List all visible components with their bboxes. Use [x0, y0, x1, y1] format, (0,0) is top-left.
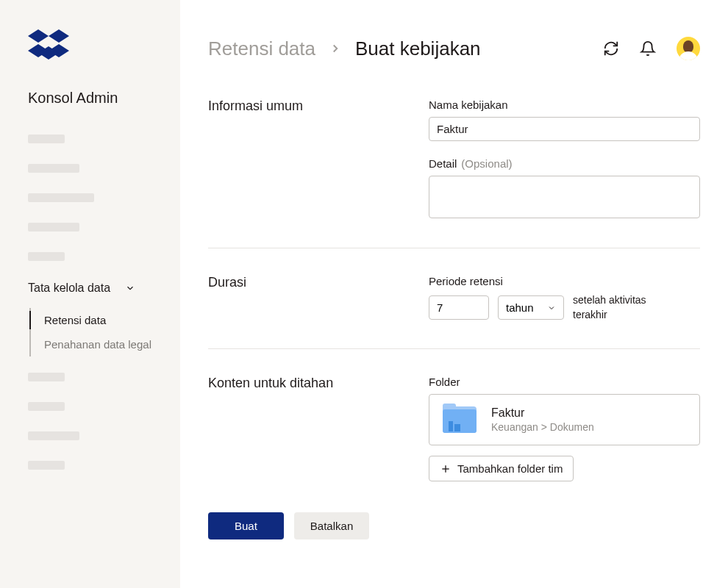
retention-unit-select[interactable]: tahun [498, 295, 564, 320]
chevron-down-icon [547, 304, 556, 312]
sidebar: Konsol Admin Tata kelola data Retensi da… [0, 0, 180, 588]
optional-hint: (Opsional) [461, 157, 512, 170]
chevron-right-icon [329, 42, 342, 55]
sidebar-placeholder [28, 461, 65, 470]
sidebar-title: Konsol Admin [28, 90, 180, 107]
sidebar-placeholder [28, 252, 65, 261]
sidebar-placeholder [28, 373, 65, 381]
section-title: Durasi [208, 275, 429, 322]
header-row: Retensi data Buat kebijakan [208, 37, 700, 60]
sidebar-item-legal-hold[interactable]: Penahanan data legal [44, 332, 180, 356]
main-content: Retensi data Buat kebijakan Informasi um… [180, 0, 728, 588]
sync-icon[interactable] [603, 40, 619, 57]
sidebar-submenu: Retensi data Penahanan data legal [29, 308, 180, 356]
team-folder-icon [443, 405, 478, 434]
after-activity-text: setelah aktivitas terakhir [573, 293, 676, 322]
add-folder-button[interactable]: Tambahkan folder tim [429, 456, 574, 481]
section-duration: Durasi Periode retensi tahun setelah akt… [208, 275, 700, 349]
chevron-down-icon [125, 283, 135, 293]
section-title: Konten untuk ditahan [208, 376, 429, 481]
sidebar-placeholder [28, 135, 65, 143]
bell-icon[interactable] [640, 40, 656, 57]
sidebar-placeholder [28, 164, 79, 173]
header-icons [603, 37, 700, 60]
select-value: tahun [506, 301, 534, 314]
svg-marker-1 [49, 29, 69, 43]
retention-period-input[interactable] [429, 295, 489, 320]
section-title: Informasi umum [208, 98, 429, 221]
breadcrumb-parent[interactable]: Retensi data [208, 37, 315, 60]
folder-card[interactable]: Faktur Keuangan > Dokumen [429, 394, 700, 445]
folder-path: Keuangan > Dokumen [491, 421, 686, 433]
add-folder-label: Tambahkan folder tim [457, 462, 563, 475]
dropbox-logo [28, 29, 180, 68]
sidebar-item-retention[interactable]: Retensi data [44, 308, 180, 332]
policy-name-label: Nama kebijakan [429, 98, 700, 111]
folder-label: Folder [429, 376, 700, 388]
footer-buttons: Buat Batalkan [208, 512, 700, 539]
breadcrumb-current: Buat kebijakan [355, 37, 481, 60]
create-button[interactable]: Buat [208, 512, 284, 539]
breadcrumb: Retensi data Buat kebijakan [208, 37, 481, 60]
sidebar-section-label: Tata kelola data [28, 282, 110, 295]
section-general: Informasi umum Nama kebijakan Detail (Op… [208, 98, 700, 248]
folder-name: Faktur [491, 406, 686, 420]
sidebar-placeholder [28, 402, 65, 411]
sidebar-section-data-governance[interactable]: Tata kelola data [28, 282, 180, 295]
retention-period-label: Periode retensi [429, 275, 700, 287]
sidebar-placeholder [28, 431, 79, 440]
avatar[interactable] [677, 37, 700, 60]
section-content: Konten untuk ditahan Folder Faktur Keuan… [208, 376, 700, 499]
svg-marker-0 [28, 29, 49, 43]
sidebar-placeholder [28, 193, 94, 202]
sidebar-placeholder [28, 223, 79, 232]
plus-icon [440, 463, 452, 475]
detail-label: Detail [429, 157, 457, 170]
detail-textarea[interactable] [429, 176, 700, 218]
cancel-button[interactable]: Batalkan [294, 512, 369, 539]
policy-name-input[interactable] [429, 117, 700, 141]
